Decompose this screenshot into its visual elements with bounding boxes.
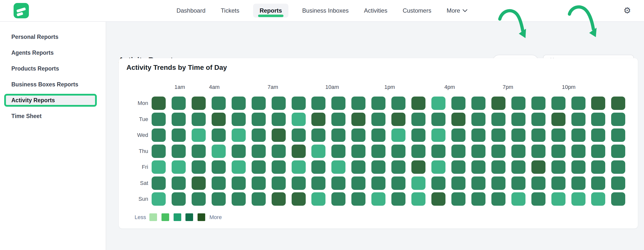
- heatmap-cell-thu-h9[interactable]: [332, 145, 346, 158]
- heatmap-cell-wed-h15[interactable]: [452, 129, 466, 142]
- heatmap-cell-sat-h9[interactable]: [332, 177, 346, 190]
- heatmap-cell-fri-h4[interactable]: [232, 160, 246, 174]
- heatmap-cell-tue-h0[interactable]: [152, 113, 166, 126]
- heatmap-cell-tue-h2[interactable]: [192, 113, 206, 126]
- heatmap-cell-fri-h3[interactable]: [212, 160, 226, 174]
- heatmap-cell-thu-h23[interactable]: [611, 145, 625, 158]
- sidebar-item-business-boxes-reports[interactable]: Business Boxes Reports: [0, 76, 106, 92]
- heatmap-cell-sun-h9[interactable]: [332, 192, 346, 206]
- heatmap-cell-tue-h18[interactable]: [512, 113, 526, 126]
- heatmap-cell-mon-h10[interactable]: [352, 96, 366, 110]
- nav-item-business-inboxes[interactable]: Business Inboxes: [301, 4, 350, 18]
- heatmap-cell-tue-h6[interactable]: [272, 113, 286, 126]
- nav-item-reports[interactable]: Reports: [253, 4, 288, 18]
- heatmap-cell-fri-h17[interactable]: [492, 160, 506, 174]
- heatmap-cell-mon-h5[interactable]: [252, 96, 266, 110]
- heatmap-cell-sat-h6[interactable]: [272, 177, 286, 190]
- heatmap-cell-tue-h10[interactable]: [352, 113, 366, 126]
- heatmap-cell-sun-h8[interactable]: [312, 192, 326, 206]
- heatmap-cell-sat-h21[interactable]: [572, 177, 586, 190]
- heatmap-cell-wed-h11[interactable]: [372, 129, 386, 142]
- heatmap-cell-mon-h17[interactable]: [492, 96, 506, 110]
- heatmap-cell-fri-h18[interactable]: [512, 160, 526, 174]
- heatmap-cell-sat-h8[interactable]: [312, 177, 326, 190]
- heatmap-cell-tue-h20[interactable]: [552, 113, 566, 126]
- heatmap-cell-sun-h4[interactable]: [232, 192, 246, 206]
- heatmap-cell-fri-h15[interactable]: [452, 160, 466, 174]
- heatmap-cell-thu-h12[interactable]: [392, 145, 406, 158]
- heatmap-cell-sat-h19[interactable]: [532, 177, 546, 190]
- heatmap-cell-sun-h6[interactable]: [272, 192, 286, 206]
- heatmap-cell-wed-h12[interactable]: [392, 129, 406, 142]
- heatmap-cell-wed-h7[interactable]: [292, 129, 306, 142]
- heatmap-cell-fri-h8[interactable]: [312, 160, 326, 174]
- heatmap-cell-fri-h16[interactable]: [472, 160, 486, 174]
- heatmap-cell-sun-h21[interactable]: [572, 192, 586, 206]
- heatmap-cell-tue-h23[interactable]: [611, 113, 625, 126]
- heatmap-cell-tue-h21[interactable]: [572, 113, 586, 126]
- heatmap-cell-sat-h10[interactable]: [352, 177, 366, 190]
- heatmap-cell-fri-h19[interactable]: [532, 160, 546, 174]
- heatmap-cell-sun-h11[interactable]: [372, 192, 386, 206]
- heatmap-cell-fri-h21[interactable]: [572, 160, 586, 174]
- heatmap-cell-mon-h1[interactable]: [172, 96, 186, 110]
- heatmap-cell-tue-h17[interactable]: [492, 113, 506, 126]
- heatmap-cell-sun-h3[interactable]: [212, 192, 226, 206]
- heatmap-cell-sun-h0[interactable]: [152, 192, 166, 206]
- heatmap-cell-thu-h21[interactable]: [572, 145, 586, 158]
- heatmap-cell-thu-h19[interactable]: [532, 145, 546, 158]
- heatmap-cell-thu-h10[interactable]: [352, 145, 366, 158]
- heatmap-cell-sun-h22[interactable]: [591, 192, 605, 206]
- settings-gear-icon[interactable]: ⚙: [622, 5, 633, 16]
- heatmap-cell-sat-h3[interactable]: [212, 177, 226, 190]
- heatmap-cell-sat-h20[interactable]: [552, 177, 566, 190]
- heatmap-cell-fri-h0[interactable]: [152, 160, 166, 174]
- heatmap-cell-fri-h9[interactable]: [332, 160, 346, 174]
- heatmap-cell-sat-h16[interactable]: [472, 177, 486, 190]
- heatmap-cell-sun-h2[interactable]: [192, 192, 206, 206]
- heatmap-cell-mon-h12[interactable]: [392, 96, 406, 110]
- heatmap-cell-mon-h8[interactable]: [312, 96, 326, 110]
- heatmap-cell-sat-h18[interactable]: [512, 177, 526, 190]
- heatmap-cell-fri-h11[interactable]: [372, 160, 386, 174]
- heatmap-cell-fri-h14[interactable]: [432, 160, 446, 174]
- heatmap-cell-fri-h6[interactable]: [272, 160, 286, 174]
- heatmap-cell-tue-h1[interactable]: [172, 113, 186, 126]
- heatmap-cell-tue-h14[interactable]: [432, 113, 446, 126]
- heatmap-cell-fri-h22[interactable]: [591, 160, 605, 174]
- sidebar-item-products-reports[interactable]: Products Reports: [0, 61, 106, 76]
- heatmap-cell-thu-h20[interactable]: [552, 145, 566, 158]
- heatmap-cell-wed-h18[interactable]: [512, 129, 526, 142]
- heatmap-cell-mon-h11[interactable]: [372, 96, 386, 110]
- nav-item-more[interactable]: More: [445, 4, 469, 18]
- sidebar-item-activity-reports[interactable]: Activity Reports: [0, 92, 106, 108]
- heatmap-cell-mon-h15[interactable]: [452, 96, 466, 110]
- heatmap-cell-wed-h4[interactable]: [232, 129, 246, 142]
- heatmap-cell-sun-h20[interactable]: [552, 192, 566, 206]
- heatmap-cell-mon-h0[interactable]: [152, 96, 166, 110]
- heatmap-cell-tue-h7[interactable]: [292, 113, 306, 126]
- heatmap-cell-sun-h15[interactable]: [452, 192, 466, 206]
- heatmap-cell-tue-h5[interactable]: [252, 113, 266, 126]
- heatmap-cell-fri-h13[interactable]: [412, 160, 426, 174]
- heatmap-cell-sun-h16[interactable]: [472, 192, 486, 206]
- heatmap-cell-sun-h23[interactable]: [611, 192, 625, 206]
- heatmap-cell-sun-h17[interactable]: [492, 192, 506, 206]
- heatmap-cell-thu-h3[interactable]: [212, 145, 226, 158]
- heatmap-cell-sat-h2[interactable]: [192, 177, 206, 190]
- heatmap-cell-sun-h12[interactable]: [392, 192, 406, 206]
- heatmap-cell-wed-h20[interactable]: [552, 129, 566, 142]
- heatmap-cell-sun-h10[interactable]: [352, 192, 366, 206]
- nav-item-tickets[interactable]: Tickets: [219, 4, 241, 18]
- heatmap-cell-sun-h18[interactable]: [512, 192, 526, 206]
- heatmap-cell-mon-h2[interactable]: [192, 96, 206, 110]
- nav-item-customers[interactable]: Customers: [401, 4, 433, 18]
- heatmap-cell-thu-h7[interactable]: [292, 145, 306, 158]
- heatmap-cell-fri-h2[interactable]: [192, 160, 206, 174]
- heatmap-cell-wed-h21[interactable]: [572, 129, 586, 142]
- heatmap-cell-mon-h6[interactable]: [272, 96, 286, 110]
- heatmap-cell-sat-h5[interactable]: [252, 177, 266, 190]
- heatmap-cell-mon-h21[interactable]: [572, 96, 586, 110]
- heatmap-cell-tue-h22[interactable]: [591, 113, 605, 126]
- heatmap-cell-thu-h13[interactable]: [412, 145, 426, 158]
